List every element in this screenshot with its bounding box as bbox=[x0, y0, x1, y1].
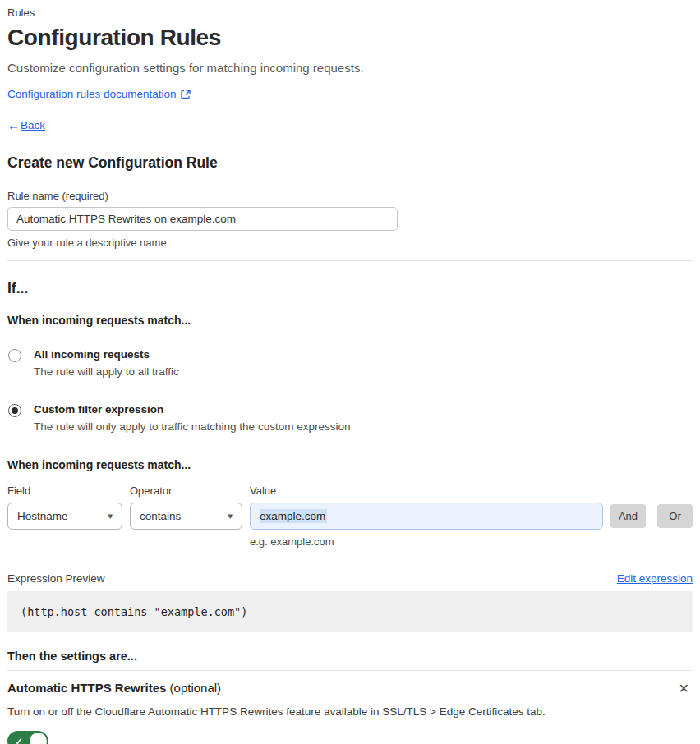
chevron-down-icon: ▾ bbox=[228, 511, 233, 521]
back-link-label: Back bbox=[21, 119, 45, 131]
back-link-row: ← Back bbox=[7, 118, 693, 133]
back-link[interactable]: ← Back bbox=[7, 118, 45, 132]
setting-card-automatic-https-rewrites: Automatic HTTPS Rewrites (optional) ✕ Tu… bbox=[7, 670, 693, 744]
create-rule-heading: Create new Configuration Rule bbox=[7, 154, 693, 172]
toggle-knob bbox=[30, 733, 47, 744]
radio-custom-filter-label: Custom filter expression bbox=[34, 403, 350, 416]
setting-description: Turn on or off the Cloudflare Automatic … bbox=[7, 705, 693, 718]
setting-title: Automatic HTTPS Rewrites (optional) bbox=[7, 681, 221, 695]
expression-builder-row: Hostname ▾ contains ▾ example.com And Or bbox=[7, 503, 693, 530]
radio-all-incoming[interactable] bbox=[8, 349, 21, 362]
value-label: Value bbox=[250, 485, 276, 497]
arrow-left-icon: ← bbox=[7, 118, 20, 132]
radio-custom-filter-description: The rule will only apply to traffic matc… bbox=[34, 420, 350, 433]
builder-labels-row: Field Operator Value bbox=[7, 485, 693, 497]
expression-preview-code: (http.host contains "example.com") bbox=[7, 591, 693, 632]
radio-option-custom-filter[interactable]: Custom filter expression The rule will o… bbox=[7, 403, 693, 433]
page-subtitle: Customize configuration settings for mat… bbox=[7, 61, 693, 75]
field-select[interactable]: Hostname ▾ bbox=[7, 503, 122, 530]
if-heading: If... bbox=[7, 280, 693, 297]
radio-custom-filter[interactable] bbox=[8, 404, 21, 417]
documentation-link-row: Configuration rules documentation bbox=[7, 86, 693, 101]
operator-label: Operator bbox=[130, 485, 250, 497]
or-button[interactable]: Or bbox=[657, 504, 693, 528]
documentation-link[interactable]: Configuration rules documentation bbox=[7, 88, 191, 100]
match-heading: When incoming requests match... bbox=[7, 314, 693, 327]
configuration-rules-page: Rules Configuration Rules Customize conf… bbox=[7, 7, 693, 744]
then-heading: Then the settings are... bbox=[7, 650, 693, 663]
value-input-text: example.com bbox=[260, 509, 327, 523]
and-button[interactable]: And bbox=[610, 504, 646, 528]
automatic-https-rewrites-toggle[interactable]: ✓ bbox=[7, 731, 48, 744]
expression-preview-header: Expression Preview Edit expression bbox=[7, 572, 693, 585]
value-example-help: e.g. example.com bbox=[250, 535, 693, 548]
setting-header: Automatic HTTPS Rewrites (optional) ✕ bbox=[7, 681, 693, 697]
check-icon: ✓ bbox=[15, 735, 23, 744]
close-icon[interactable]: ✕ bbox=[675, 681, 693, 697]
field-label: Field bbox=[7, 485, 130, 497]
radio-all-incoming-label: All incoming requests bbox=[34, 348, 179, 361]
page-title: Configuration Rules bbox=[7, 25, 693, 51]
operator-select[interactable]: contains ▾ bbox=[130, 503, 242, 530]
chevron-down-icon: ▾ bbox=[108, 511, 113, 521]
radio-all-incoming-description: The rule will apply to all traffic bbox=[34, 365, 179, 378]
documentation-link-label: Configuration rules documentation bbox=[7, 88, 177, 100]
edit-expression-link[interactable]: Edit expression bbox=[617, 572, 693, 585]
breadcrumb: Rules bbox=[7, 7, 693, 19]
value-input[interactable]: example.com bbox=[250, 503, 603, 530]
setting-name: Automatic HTTPS Rewrites bbox=[7, 681, 166, 695]
rule-name-input[interactable] bbox=[7, 207, 398, 231]
rule-name-label: Rule name (required) bbox=[7, 190, 693, 202]
expression-preview-label: Expression Preview bbox=[7, 572, 105, 585]
radio-option-text: Custom filter expression The rule will o… bbox=[34, 403, 350, 433]
builder-heading: When incoming requests match... bbox=[7, 458, 693, 471]
field-select-value: Hostname bbox=[17, 510, 68, 522]
radio-option-all-incoming[interactable]: All incoming requests The rule will appl… bbox=[7, 348, 693, 378]
radio-option-text: All incoming requests The rule will appl… bbox=[34, 348, 179, 378]
operator-select-value: contains bbox=[140, 510, 181, 522]
rule-name-help: Give your rule a descriptive name. bbox=[7, 237, 693, 249]
external-link-icon bbox=[181, 90, 191, 99]
setting-optional-tag: (optional) bbox=[170, 681, 222, 695]
section-divider bbox=[7, 260, 693, 261]
